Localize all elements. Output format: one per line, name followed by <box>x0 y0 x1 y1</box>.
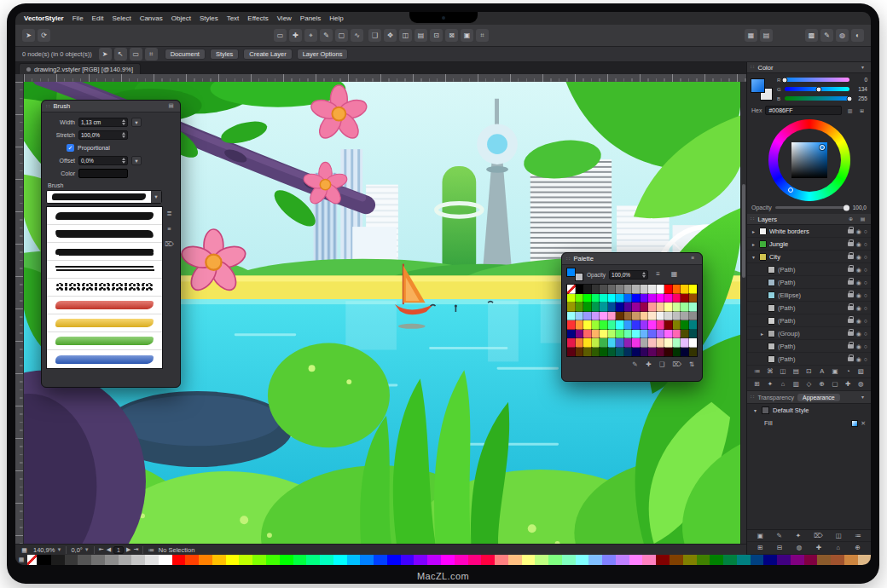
brush-list-tools-1[interactable]: ≡ <box>165 224 175 233</box>
context-tool-icons-1[interactable]: ↖ <box>114 48 127 61</box>
strip-swatch-38[interactable] <box>548 555 562 565</box>
eye-icon[interactable]: ◉ <box>856 280 861 285</box>
lock-icon[interactable] <box>848 268 854 272</box>
strip-swatch-9[interactable] <box>159 555 172 565</box>
tab-transparency[interactable]: Transparency <box>757 395 794 401</box>
strip-swatch-47[interactable] <box>670 555 683 565</box>
toolbar-group-draw-3[interactable]: ✎ <box>320 29 333 42</box>
toolbar-group-panels-0[interactable]: ▩ <box>805 29 818 42</box>
expander-icon[interactable]: ▾ <box>751 254 757 260</box>
brush-width-input[interactable]: 1,13 cm <box>78 118 128 127</box>
panel-icon-strip-1-3[interactable]: ▤ <box>791 366 801 377</box>
lock-icon[interactable] <box>848 255 854 259</box>
brush-preset-1[interactable] <box>47 225 162 243</box>
hex-value-input[interactable]: #0086FF <box>765 106 842 115</box>
palette-swatch-1-15[interactable] <box>689 294 698 303</box>
strip-swatch-53[interactable] <box>751 555 764 565</box>
panel-bottom-icons-2-1[interactable]: ⊟ <box>774 543 785 553</box>
strip-swatch-3[interactable] <box>78 555 91 565</box>
drag-handle-icon[interactable]: ∷ <box>751 394 754 401</box>
palette-swatch-3-6[interactable] <box>616 312 624 321</box>
toolbar-group-arrange-2[interactable]: ◫ <box>399 29 412 42</box>
target-icon[interactable]: ○ <box>864 228 867 234</box>
strip-swatch-1[interactable] <box>51 555 65 565</box>
lock-icon[interactable] <box>848 280 854 285</box>
strip-swatch-52[interactable] <box>737 555 751 565</box>
palette-swatch-3-15[interactable] <box>689 312 698 321</box>
palette-swatch-1-9[interactable] <box>641 294 649 303</box>
palette-swatch-6-5[interactable] <box>608 338 617 348</box>
opacity-stepper[interactable] <box>642 272 646 278</box>
palette-swatch-1-5[interactable] <box>608 294 617 303</box>
palette-swatch-0-14[interactable] <box>681 285 689 294</box>
palette-swatch-6-10[interactable] <box>648 338 657 348</box>
strip-swatch-30[interactable] <box>441 555 455 565</box>
palette-swatch-4-6[interactable] <box>616 320 624 330</box>
palette-swatch-0-4[interactable] <box>600 285 608 294</box>
fill-stroke-wells[interactable] <box>566 268 583 281</box>
layer-row-city[interactable]: ▾City◉○ <box>747 251 871 263</box>
palette-swatch-0-9[interactable] <box>641 285 649 294</box>
palette-swatch-4-14[interactable] <box>681 320 689 330</box>
lock-icon[interactable] <box>848 306 854 310</box>
palette-swatch-3-5[interactable] <box>608 312 617 321</box>
lock-icon[interactable] <box>848 229 854 233</box>
toolbar-group-view-1[interactable]: ▤ <box>760 29 773 42</box>
palette-swatch-7-7[interactable] <box>624 348 633 357</box>
strip-swatch-39[interactable] <box>562 555 576 565</box>
strip-swatch-42[interactable] <box>602 555 616 565</box>
menu-item-edit[interactable]: Edit <box>92 14 104 22</box>
palette-swatch-3-10[interactable] <box>648 312 657 321</box>
palette-swatch-1-13[interactable] <box>673 294 681 303</box>
button-layer-options[interactable]: Layer Options <box>297 49 349 60</box>
fill-well[interactable] <box>566 268 576 277</box>
palette-swatch-0-12[interactable] <box>664 285 673 294</box>
palette-swatch-3-12[interactable] <box>664 312 673 321</box>
toolbar-group-panels-2[interactable]: ◍ <box>836 29 849 42</box>
list-view-icon[interactable]: ≡ <box>652 268 664 281</box>
panel-bottom-icons-2-2[interactable]: ◍ <box>794 543 804 553</box>
strip-swatch-37[interactable] <box>535 555 548 565</box>
palette-swatch-1-0[interactable] <box>567 294 576 303</box>
lock-icon[interactable] <box>848 344 854 349</box>
palette-swatch-6-14[interactable] <box>681 338 689 348</box>
palette-swatch-5-4[interactable] <box>600 330 608 339</box>
palette-swatch-1-8[interactable] <box>632 294 641 303</box>
proportional-checkbox[interactable]: ✓ <box>67 144 74 152</box>
palette-swatch-2-10[interactable] <box>648 303 657 312</box>
panel-bottom-icons-1-3[interactable]: ⌦ <box>812 531 825 541</box>
layers-panel-header-icons-1[interactable]: ▤ <box>858 215 867 223</box>
brush-style-dropdown[interactable]: ▼ <box>46 190 162 204</box>
palette-swatch-0-3[interactable] <box>592 285 600 294</box>
palette-swatch-5-6[interactable] <box>616 330 624 339</box>
palette-swatch-6-11[interactable] <box>657 338 665 348</box>
strip-swatch-20[interactable] <box>306 555 320 565</box>
eye-icon[interactable]: ◉ <box>856 305 861 311</box>
palette-swatch-2-15[interactable] <box>689 303 698 312</box>
target-icon[interactable]: ○ <box>864 356 867 362</box>
palette-swatch-6-3[interactable] <box>592 338 600 348</box>
next-page-button[interactable]: ▶ <box>126 546 130 553</box>
palette-swatch-2-11[interactable] <box>657 303 665 312</box>
status-grid-icon[interactable]: ▦ <box>20 545 29 555</box>
strip-swatch-58[interactable] <box>817 555 831 565</box>
palette-swatch-7-0[interactable] <box>567 348 576 357</box>
channel-knob[interactable] <box>847 95 853 101</box>
strip-swatch-14[interactable] <box>226 555 240 565</box>
layers-panel-header-icons-0[interactable]: ⊕ <box>846 215 855 223</box>
strip-swatch-46[interactable] <box>656 555 670 565</box>
target-icon[interactable]: ○ <box>864 331 867 337</box>
panel-icon-strip-2-7[interactable]: ✚ <box>843 379 853 389</box>
panel-bottom-icons-2-5[interactable]: ⊕ <box>853 543 863 553</box>
panel-icon-strip-1-8[interactable]: ▧ <box>855 366 866 377</box>
palette-swatch-6-8[interactable] <box>632 338 641 348</box>
palette-swatch-3-9[interactable] <box>641 312 649 321</box>
palette-menu-icon[interactable]: ▦ <box>15 555 27 565</box>
brush-preset-0[interactable] <box>47 207 162 225</box>
layer-row-ellipse[interactable]: (Ellipse)◉○ <box>747 289 871 302</box>
palette-swatch-6-0[interactable] <box>567 338 576 348</box>
lock-icon[interactable] <box>848 242 854 246</box>
menu-app-name[interactable]: VectorStyler <box>24 14 64 22</box>
palette-swatch-6-4[interactable] <box>600 338 608 348</box>
palette-swatch-3-4[interactable] <box>600 312 608 321</box>
